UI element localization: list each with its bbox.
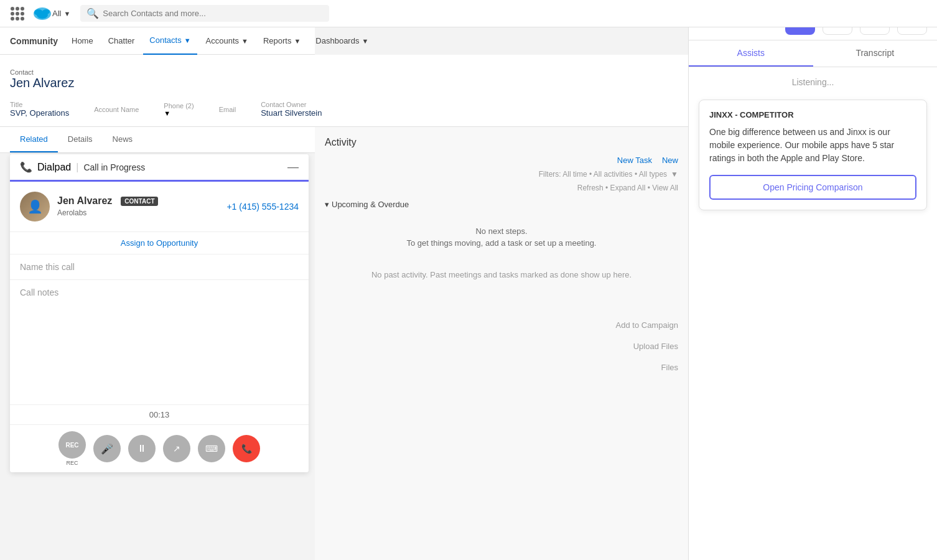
record-button[interactable]: REC [58,431,86,459]
app-launcher[interactable] [7,4,27,24]
title-field: Title SVP, Operations [10,101,69,118]
dashboards-chevron: ▼ [361,37,368,45]
upload-files-link[interactable]: Upload Files [325,335,678,357]
phone-field: Phone (2) ▼ [164,102,193,117]
tab-assists[interactable]: Assists [689,40,813,67]
competitor-card: JINXX - COMPETITOR One big difference be… [699,100,927,210]
main-content: Related Details News 📞 Dialpad | Call in… [0,127,315,560]
caller-section: 👤 Jen Alvarez CONTACT Aerolabs +1 (415) … [10,182,309,232]
all-dropdown[interactable]: All ▼ [52,9,70,18]
no-steps-message: No next steps. To get things moving, add… [325,214,678,260]
caller-phone: +1 (415) 555-1234 [226,202,299,212]
activity-actions: Refresh • Expand All • View All [325,184,678,192]
activity-panel: Activity New Task New Filters: All time … [315,127,688,560]
email-field: Email [219,106,236,113]
filters-bar: Filters: All time • All activities • All… [325,170,678,179]
nav-reports[interactable]: Reports ▼ [257,27,307,55]
nav-accounts[interactable]: Accounts ▼ [200,27,254,55]
salesforce-logo [32,4,52,24]
separator: | [76,162,78,173]
upcoming-title: ▾ Upcoming & Overdue [325,200,678,209]
call-controls: REC REC 🎤 ⏸ ↗ ⌨ 📞 [10,424,309,472]
no-past-activity: No past activity. Past meetings and task… [325,260,678,289]
nav-chatter[interactable]: Chatter [102,27,141,55]
caller-company: Aerolabs [57,208,86,217]
hold-button[interactable]: ⏸ [128,435,156,462]
owner-field: Contact Owner Stuart Silverstein [261,101,322,118]
search-input[interactable] [103,9,323,18]
assign-opportunity-link[interactable]: Assign to Opportunity [10,232,309,254]
phone-icon: 📞 [20,161,32,173]
tab-details[interactable]: Details [58,127,103,152]
nav-bar: Community Home Chatter Contacts ▼ Accoun… [0,27,315,55]
reports-chevron: ▼ [294,37,301,45]
dialpad-header: 📞 Dialpad | Call in Progress — [10,154,309,182]
nav-dashboards[interactable]: Dashboards ▼ [309,27,375,55]
call-name-field[interactable]: Name this call [10,254,309,280]
content-tabs: Related Details News [0,127,315,153]
record-label: REC [66,460,78,466]
files-link[interactable]: Files [325,357,678,378]
open-pricing-button[interactable]: Open Pricing Comparison [709,175,916,200]
tab-transcript[interactable]: Transcript [813,40,938,67]
minimize-button[interactable]: — [287,161,299,174]
avatar: 👤 [20,192,50,222]
caller-name: Jen Alvarez [57,195,112,207]
accounts-chevron: ▼ [241,37,248,45]
dialpad-card: 📞 Dialpad | Call in Progress — 👤 Jen Alv… [10,154,309,472]
end-call-button[interactable]: 📞 [233,435,260,462]
tab-news[interactable]: News [103,127,143,152]
contact-badge: CONTACT [121,197,158,206]
add-campaign-link[interactable]: Add to Campaign [325,314,678,335]
upcoming-section: ▾ Upcoming & Overdue No next steps. To g… [325,200,678,260]
call-timer: 00:13 [10,404,309,424]
competitor-title: JINXX - COMPETITOR [709,110,916,119]
nav-contacts[interactable]: Contacts ▼ [143,27,197,55]
app-name: Community [10,36,58,46]
account-name-field: Account Name [94,106,139,113]
svg-point-3 [37,11,48,19]
caller-info: Jen Alvarez CONTACT Aerolabs [57,195,226,218]
call-notes-field[interactable]: Call notes [10,280,309,404]
top-bar: All ▼ 🔍 [0,0,937,27]
contacts-chevron: ▼ [184,37,191,44]
activity-title: Activity [325,137,357,148]
dialpad-title: Dialpad [37,162,71,173]
ai-content: Listening... JINXX - COMPETITOR One big … [689,67,937,560]
call-status: Call in Progress [83,162,145,172]
mute-button[interactable]: 🎤 [93,435,121,462]
tab-related[interactable]: Related [10,127,58,152]
ai-panel: 31 M Assists Transcript Listening... JIN… [688,0,937,560]
global-search[interactable]: 🔍 [80,5,329,22]
transfer-button[interactable]: ↗ [163,435,190,462]
listening-indicator: Listening... [699,77,927,87]
new-task-link[interactable]: New Task [617,156,652,165]
keypad-button[interactable]: ⌨ [198,435,225,462]
new-link[interactable]: New [662,156,678,165]
nav-home[interactable]: Home [65,27,100,55]
ai-tabs: Assists Transcript [689,40,937,67]
competitor-description: One big difference between us and Jinxx … [709,126,916,165]
